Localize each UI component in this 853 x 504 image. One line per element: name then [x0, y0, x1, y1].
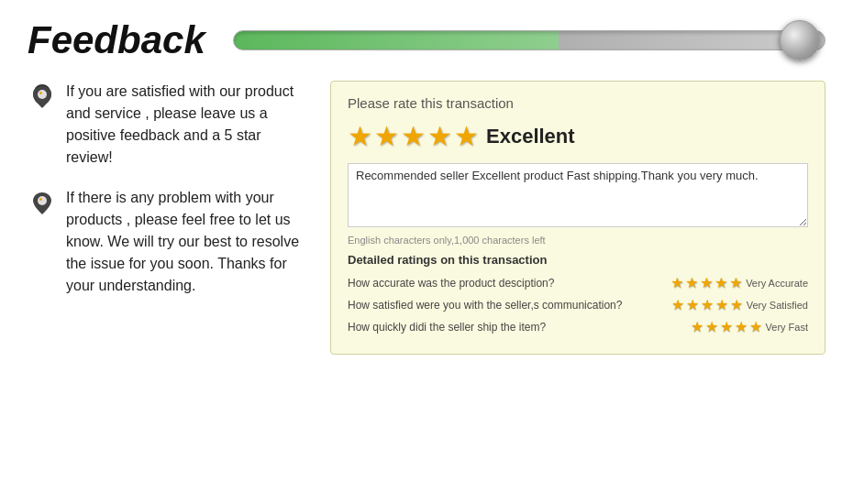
pin-icon-1	[28, 82, 57, 112]
rating-row-2: How satisfied were you with the seller,s…	[348, 296, 808, 313]
rating-label: Excellent	[486, 125, 575, 148]
rating-right-1: ★ ★ ★ ★ ★ Very Accurate	[670, 274, 808, 291]
rating-question-2: How satisfied were you with the seller,s…	[348, 299, 622, 312]
right-panel: Please rate this transaction ★ ★ ★ ★ ★ E…	[330, 81, 825, 355]
star-2[interactable]: ★	[374, 120, 399, 152]
rating-right-3: ★ ★ ★ ★ ★ Very Fast	[691, 318, 808, 335]
rating-question-1: How accurate was the product desciption?	[348, 277, 554, 290]
svg-point-2	[39, 92, 42, 94]
review-textarea[interactable]	[348, 163, 808, 227]
star-5[interactable]: ★	[454, 120, 479, 152]
small-stars-3[interactable]: ★ ★ ★ ★ ★	[691, 318, 762, 335]
rating-label-2: Very Satisfied	[747, 300, 808, 311]
small-stars-2[interactable]: ★ ★ ★ ★ ★	[671, 296, 743, 313]
pin-icon-2	[28, 189, 57, 218]
page-title: Feedback	[28, 18, 205, 62]
slider-thumb[interactable]	[780, 20, 820, 60]
info-block-1: If you are satisfied with our product an…	[28, 81, 303, 169]
info-text-2: If there is any problem with your produc…	[66, 187, 303, 297]
small-stars-1[interactable]: ★ ★ ★ ★ ★	[670, 274, 742, 291]
main-stars[interactable]: ★ ★ ★ ★ ★	[348, 120, 479, 152]
rating-label-3: Very Fast	[766, 322, 808, 333]
stars-row: ★ ★ ★ ★ ★ Excellent	[348, 120, 808, 152]
detailed-ratings-title: Detailed ratings on this transaction	[348, 253, 808, 267]
star-3[interactable]: ★	[401, 120, 426, 152]
rating-row-1: How accurate was the product desciption?…	[348, 274, 808, 291]
info-text-1: If you are satisfied with our product an…	[66, 81, 303, 169]
rating-right-2: ★ ★ ★ ★ ★ Very Satisfied	[671, 296, 808, 313]
rating-row-3: How quickly didi the seller ship the ite…	[348, 318, 808, 335]
main-content: If you are satisfied with our product an…	[0, 71, 853, 364]
left-panel: If you are satisfied with our product an…	[28, 81, 303, 355]
svg-point-1	[38, 90, 47, 99]
svg-point-4	[39, 198, 42, 201]
info-block-2: If there is any problem with your produc…	[28, 187, 303, 297]
rate-title: Please rate this transaction	[348, 95, 808, 111]
star-4[interactable]: ★	[427, 120, 452, 152]
feedback-slider[interactable]	[233, 30, 825, 50]
header: Feedback	[0, 0, 853, 71]
svg-point-3	[38, 196, 47, 205]
char-info: English characters only,1,000 characters…	[348, 235, 808, 246]
rating-label-1: Very Accurate	[746, 278, 808, 289]
rating-question-3: How quickly didi the seller ship the ite…	[348, 321, 546, 334]
star-1[interactable]: ★	[348, 120, 372, 152]
